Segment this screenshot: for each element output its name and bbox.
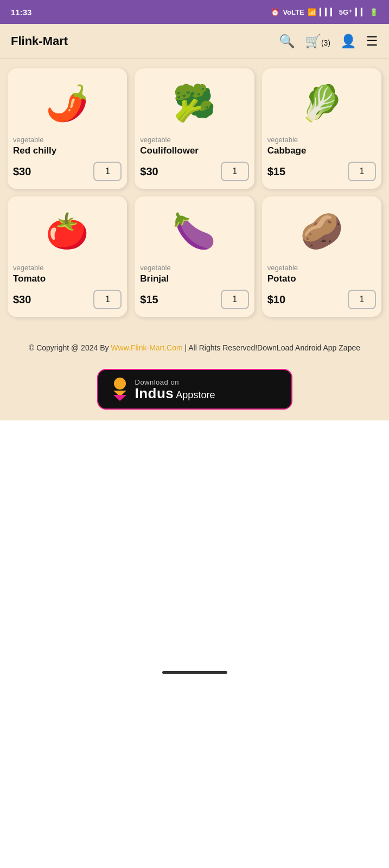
- product-name-cabbage: Cabbage: [267, 145, 307, 156]
- product-image-cabbage: 🥬: [267, 76, 376, 130]
- product-emoji-potato: 🥔: [300, 211, 343, 252]
- product-image-potato: 🥔: [267, 204, 376, 258]
- qty-input-red-chilly[interactable]: [93, 162, 122, 181]
- battery-icon: 🔋: [369, 8, 378, 16]
- main-content: 🌶️ vegetable Red chilly $30 🥦 vegetable …: [0, 59, 389, 327]
- indus-appstore-button[interactable]: Download on Indus Appstore: [97, 369, 292, 410]
- indus-circle: [114, 378, 126, 390]
- product-image-brinjal: 🍆: [140, 204, 248, 258]
- product-category-potato: vegetable: [267, 264, 298, 272]
- qty-input-brinjal[interactable]: [221, 290, 249, 309]
- qty-input-tomato[interactable]: [93, 290, 122, 309]
- footer-copyright: © Copyright @ 2024 By Www.Flink-Mart.Com…: [13, 342, 376, 354]
- product-bottom-red-chilly: $30: [13, 162, 122, 181]
- product-category-red-chilly: vegetable: [13, 136, 43, 144]
- product-emoji-cabbage: 🥬: [300, 83, 343, 124]
- alarm-icon: ⏰: [271, 8, 279, 16]
- signal2-icon: ▎▎: [355, 8, 366, 16]
- indus-brand-text: Indus Appstore: [135, 386, 215, 401]
- product-price-tomato: $30: [13, 293, 31, 306]
- wifi-icon: 📶: [308, 8, 316, 16]
- product-bottom-brinjal: $15: [140, 290, 248, 309]
- product-card-potato: 🥔 vegetable Potato $10: [262, 196, 381, 317]
- appstore-text: Appstore: [174, 390, 215, 400]
- product-category-cabbage: vegetable: [267, 136, 298, 144]
- product-category-tomato: vegetable: [13, 264, 43, 272]
- product-image-cauliflower: 🥦: [140, 76, 248, 130]
- indus-text-block: Download on Indus Appstore: [135, 378, 215, 401]
- product-bottom-cabbage: $15: [267, 162, 376, 181]
- user-icon[interactable]: 👤: [340, 34, 356, 49]
- app-logo: Flink-Mart: [11, 34, 68, 48]
- volte-icon: VoLTE: [283, 8, 304, 16]
- status-time: 11:33: [11, 8, 31, 17]
- product-card-brinjal: 🍆 vegetable Brinjal $15: [135, 196, 254, 317]
- product-price-potato: $10: [267, 293, 285, 306]
- signal-icon: ▎▎▎: [320, 8, 336, 16]
- footer: © Copyright @ 2024 By Www.Flink-Mart.Com…: [0, 327, 389, 420]
- product-price-cabbage: $15: [267, 165, 285, 178]
- search-icon[interactable]: 🔍: [279, 34, 295, 49]
- product-image-tomato: 🍅: [13, 204, 122, 258]
- product-price-red-chilly: $30: [13, 165, 31, 178]
- menu-icon[interactable]: ☰: [366, 34, 378, 49]
- navbar: Flink-Mart 🔍 🛒(3) 👤 ☰: [0, 24, 389, 59]
- product-image-red-chilly: 🌶️: [13, 76, 122, 130]
- bottom-pill: [162, 671, 227, 674]
- white-area: [0, 420, 389, 665]
- product-card-red-chilly: 🌶️ vegetable Red chilly $30: [8, 68, 127, 189]
- product-card-cauliflower: 🥦 vegetable Coulifollower $30: [135, 68, 254, 189]
- qty-input-cabbage[interactable]: [348, 162, 376, 181]
- product-emoji-brinjal: 🍆: [173, 211, 216, 252]
- status-icons: ⏰ VoLTE 📶 ▎▎▎ 5G⁺ ▎▎ 🔋: [271, 8, 378, 16]
- product-emoji-cauliflower: 🥦: [173, 83, 216, 124]
- cart-icon[interactable]: 🛒(3): [305, 34, 330, 49]
- chevron-red-icon: [113, 395, 126, 401]
- cart-count: (3): [321, 39, 330, 47]
- product-name-potato: Potato: [267, 273, 296, 284]
- bottom-bar: [0, 665, 389, 680]
- product-bottom-potato: $10: [267, 290, 376, 309]
- status-bar: 11:33 ⏰ VoLTE 📶 ▎▎▎ 5G⁺ ▎▎ 🔋: [0, 0, 389, 24]
- indus-chevrons: [113, 391, 126, 401]
- indus-logo-icon: [113, 378, 126, 401]
- product-category-cauliflower: vegetable: [140, 136, 170, 144]
- product-card-tomato: 🍅 vegetable Tomato $30: [8, 196, 127, 317]
- product-emoji-tomato: 🍅: [46, 211, 89, 252]
- product-name-tomato: Tomato: [13, 273, 46, 284]
- qty-input-cauliflower[interactable]: [221, 162, 249, 181]
- 5g-icon: 5G⁺: [339, 8, 352, 16]
- product-name-cauliflower: Coulifollower: [140, 145, 199, 156]
- product-name-brinjal: Brinjal: [140, 273, 169, 284]
- product-bottom-tomato: $30: [13, 290, 122, 309]
- product-grid: 🌶️ vegetable Red chilly $30 🥦 vegetable …: [8, 68, 381, 327]
- product-category-brinjal: vegetable: [140, 264, 170, 272]
- product-name-red-chilly: Red chilly: [13, 145, 56, 156]
- navbar-actions: 🔍 🛒(3) 👤 ☰: [279, 34, 378, 49]
- product-price-brinjal: $15: [140, 293, 158, 306]
- product-emoji-red-chilly: 🌶️: [46, 83, 89, 124]
- qty-input-potato[interactable]: [348, 290, 376, 309]
- footer-link[interactable]: Www.Flink-Mart.Com: [111, 343, 182, 352]
- product-bottom-cauliflower: $30: [140, 162, 248, 181]
- product-card-cabbage: 🥬 vegetable Cabbage $15: [262, 68, 381, 189]
- product-price-cauliflower: $30: [140, 165, 158, 178]
